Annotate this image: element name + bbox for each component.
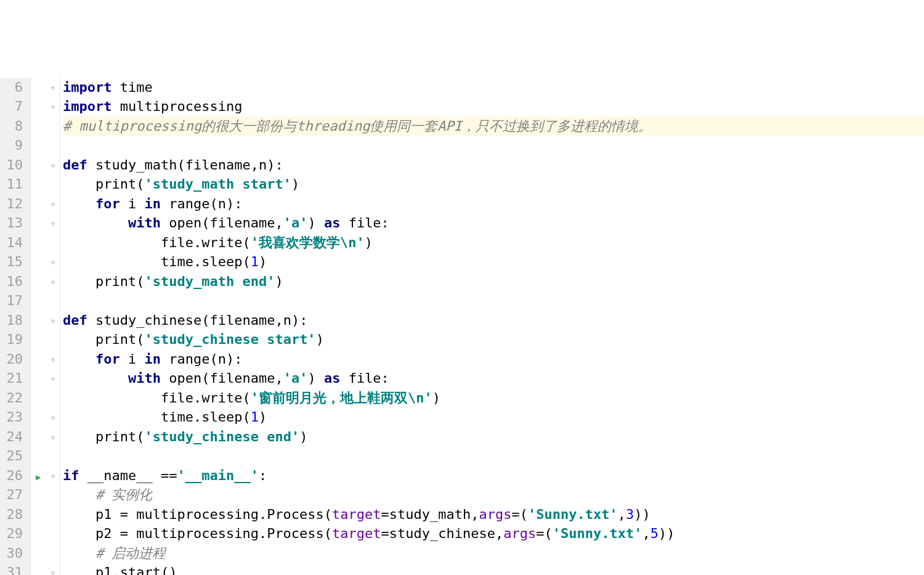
indent	[63, 349, 95, 369]
indent	[63, 485, 95, 504]
line-number: 15	[5, 252, 23, 272]
fold-gutter: ⊖⊖⊖⊖⊖⊖⊖⊖⊖⊖⊖⊖⊖⊖⊖	[49, 78, 60, 575]
line-number: 26	[5, 466, 23, 486]
token-str: 'study_chinese start'	[144, 330, 315, 349]
token-plain: i	[120, 194, 145, 213]
token-kw: def	[63, 311, 87, 330]
line-number: 14	[5, 233, 23, 253]
token-plain: range(n):	[161, 194, 242, 213]
code-line[interactable]: if __name__ =='__main__':	[63, 466, 924, 486]
code-line[interactable]: p2 = multiprocessing.Process(target=stud…	[63, 524, 924, 544]
code-line[interactable]: print('study_math end')	[63, 272, 924, 292]
code-line[interactable]: def study_math(filename,n):	[63, 155, 924, 175]
token-kw: import	[63, 78, 111, 97]
indent	[63, 233, 161, 252]
code-line[interactable]: p1 = multiprocessing.Process(target=stud…	[63, 505, 924, 524]
token-plain: ))	[659, 524, 675, 543]
token-plain: ,	[642, 524, 650, 543]
code-line[interactable]: print('study_chinese end')	[63, 427, 924, 447]
token-plain: (filename,n):	[201, 311, 307, 330]
indent	[63, 252, 161, 271]
token-plain: p2 = multiprocessing.Process(	[95, 524, 332, 543]
code-line[interactable]: file.write('我喜欢学数学\n')	[63, 233, 924, 253]
line-number: 19	[5, 330, 23, 349]
code-line[interactable]: print('study_chinese start')	[63, 330, 924, 349]
fold-icon[interactable]: ⊖	[51, 161, 55, 170]
token-plain: =(	[536, 524, 553, 543]
token-kw: in	[144, 194, 161, 213]
code-area[interactable]: import timeimport multiprocessing# multi…	[60, 78, 924, 575]
fold-icon[interactable]: ⊖	[51, 375, 55, 383]
token-fn: study_chinese	[95, 311, 201, 330]
token-plain: =study_math,	[381, 505, 479, 524]
code-line[interactable]: file.write('窗前明月光，地上鞋两双\n')	[63, 388, 924, 408]
token-str: '__main__'	[177, 466, 258, 485]
fold-icon[interactable]: ⊖	[51, 278, 55, 287]
token-plain: )	[316, 330, 324, 349]
code-line[interactable]	[63, 136, 924, 155]
fold-icon[interactable]: ⊖	[51, 200, 55, 209]
token-str: 'Sunny.txt'	[553, 524, 642, 543]
token-plain: ,	[618, 505, 626, 524]
token-plain: ))	[634, 505, 650, 524]
line-number: 27	[5, 485, 23, 505]
code-line[interactable]: import time	[63, 78, 924, 97]
token-plain: )	[432, 388, 440, 407]
token-plain: =(	[512, 505, 529, 524]
indent	[63, 505, 95, 524]
indent	[63, 427, 95, 446]
line-number: 21	[5, 369, 23, 388]
token-plain: p1 = multiprocessing.Process(	[95, 505, 332, 524]
code-line[interactable]: with open(filename,'a') as file:	[63, 213, 924, 233]
code-line[interactable]: with open(filename,'a') as file:	[63, 369, 924, 388]
token-plain: )	[307, 369, 324, 388]
token-plain: )	[259, 252, 267, 271]
code-line[interactable]: # 启动进程	[63, 544, 924, 563]
indent	[63, 407, 161, 426]
code-line[interactable]: def study_chinese(filename,n):	[63, 311, 924, 330]
code-line[interactable]: time.sleep(1)	[63, 407, 924, 427]
code-line[interactable]: time.sleep(1)	[63, 252, 924, 272]
fold-icon[interactable]: ⊖	[51, 258, 55, 267]
fold-icon[interactable]: ⊖	[51, 317, 55, 325]
token-plain: )	[275, 272, 283, 291]
token-num: 1	[251, 252, 259, 271]
run-icon[interactable]: ▶	[36, 471, 41, 483]
fold-icon[interactable]: ⊖	[51, 569, 55, 575]
indent	[63, 369, 128, 388]
fold-icon[interactable]: ⊖	[51, 356, 55, 364]
token-str: 'a'	[283, 213, 308, 232]
token-plain: time	[111, 78, 152, 97]
fold-icon[interactable]: ⊖	[51, 472, 55, 481]
token-plain	[87, 311, 95, 330]
line-number: 18	[5, 311, 23, 330]
code-editor[interactable]: 6789101112131415161718192021222324252627…	[0, 78, 924, 575]
code-line[interactable]: # 实例化	[63, 485, 924, 505]
token-plain: open(filename,	[161, 369, 283, 388]
code-line[interactable]: print('study_math start')	[63, 174, 924, 194]
code-line[interactable]: p1.start()	[63, 563, 924, 575]
line-number: 9	[5, 136, 23, 155]
indent	[63, 174, 95, 194]
token-str: 'Sunny.txt'	[528, 505, 618, 524]
token-str: 'study_math start'	[144, 174, 291, 194]
fold-icon[interactable]: ⊖	[51, 103, 55, 112]
code-line[interactable]	[63, 291, 924, 311]
token-kw: for	[95, 194, 120, 213]
code-line[interactable]	[63, 446, 924, 466]
fold-icon[interactable]: ⊖	[51, 433, 55, 442]
code-line[interactable]: for i in range(n):	[63, 194, 924, 214]
indent	[63, 213, 128, 232]
token-plain: range(n):	[161, 349, 242, 369]
fold-icon[interactable]: ⊖	[51, 414, 55, 422]
fold-icon[interactable]: ⊖	[51, 84, 55, 92]
code-line[interactable]: for i in range(n):	[63, 349, 924, 369]
token-cmt: # multiprocessing的很大一部份与threading使用同一套AP…	[63, 116, 652, 136]
code-line[interactable]: # multiprocessing的很大一部份与threading使用同一套AP…	[63, 116, 924, 136]
fold-icon[interactable]: ⊖	[51, 219, 55, 228]
run-gutter: ▶	[31, 78, 49, 575]
token-kwarg: target	[332, 505, 381, 524]
token-plain: file:	[340, 369, 389, 388]
token-plain: )	[291, 174, 299, 194]
code-line[interactable]: import multiprocessing	[63, 97, 924, 116]
